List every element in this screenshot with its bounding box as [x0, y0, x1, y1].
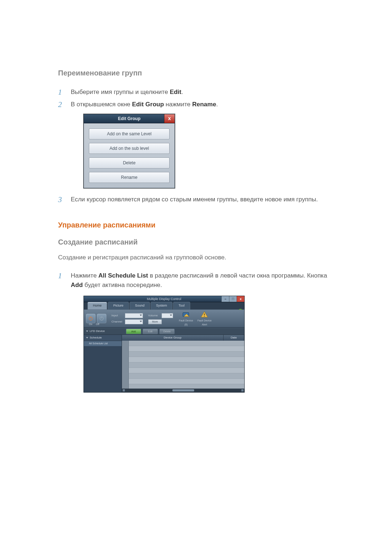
edit-group-dialog: Edit Group x Add on the same Level Add o…	[83, 114, 175, 188]
table-row	[129, 379, 244, 384]
tab-system[interactable]: System	[151, 302, 172, 309]
table-row	[129, 368, 244, 373]
heading-rename-groups: Переименование групп	[58, 69, 334, 77]
step-3: Если курсор появляется рядом со старым и…	[58, 195, 334, 204]
table-row	[129, 357, 244, 362]
step1-text-a: Выберите имя группы и щелкните	[71, 89, 170, 95]
horizontal-scrollbar[interactable]	[122, 389, 244, 392]
fault-cap-1: Fault DeviceAlert	[197, 319, 212, 327]
scrollbar-thumb[interactable]	[172, 389, 194, 391]
label-input: Input	[111, 313, 124, 318]
label-on: On	[89, 323, 92, 327]
tab-picture[interactable]: Picture	[108, 302, 129, 309]
s2step1-c: в разделе расписаний в левой части окна …	[148, 272, 327, 279]
s2step1-a: Нажмите	[71, 272, 98, 279]
tab-sound[interactable]: Sound	[130, 302, 150, 309]
step1-bold-edit: Edit	[170, 89, 181, 95]
delete-button-toolbar[interactable]: Delete	[159, 329, 175, 334]
mdc-ribbon: On Off Input Channel Volume More	[84, 310, 244, 328]
step-2: В открывшемся окне Edit Group нажмите Re…	[58, 100, 334, 188]
tab-tool[interactable]: Tool	[173, 302, 190, 309]
step2-bold-editgroup: Edit Group	[132, 101, 164, 108]
edit-button[interactable]: Edit	[143, 329, 158, 334]
col-date: Date	[224, 335, 244, 341]
minimize-icon[interactable]: –	[221, 296, 229, 302]
table-row	[129, 341, 244, 346]
more-button[interactable]: More	[148, 319, 162, 324]
row-header-col	[122, 341, 129, 389]
dialog-body: Add on the same Level Add on the sub lev…	[84, 123, 175, 188]
step2-text-c: нажмите	[164, 101, 192, 108]
power-group	[86, 314, 106, 323]
input-dropdown[interactable]	[125, 313, 143, 318]
power-off-icon[interactable]	[97, 314, 106, 323]
dialog-titlebar: Edit Group x	[84, 114, 175, 123]
mdc-main: Device Group Date	[122, 335, 244, 392]
close-icon[interactable]: x	[237, 296, 244, 302]
table-row	[129, 362, 244, 368]
fault-alert-icon[interactable]	[200, 311, 208, 319]
side-lfd[interactable]: LFD Device	[84, 329, 124, 333]
step2-text-e: .	[216, 101, 218, 108]
mdc-toolbar: LFD Device Add Edit Delete	[84, 328, 244, 335]
table-row	[129, 352, 244, 357]
fault-device-icon[interactable]	[182, 311, 190, 319]
power-on-icon[interactable]	[86, 314, 95, 323]
side-schedule[interactable]: Schedule	[84, 335, 122, 341]
add-same-level-button[interactable]: Add on the same Level	[89, 128, 170, 139]
table-row	[129, 384, 244, 389]
label-volume: Volume	[148, 313, 160, 318]
table-row	[129, 346, 244, 352]
heading-create-schedules: Создание расписаний	[58, 238, 334, 246]
mdc-tabs: Home Picture Sound System Tool ?	[84, 302, 244, 310]
step2-text-a: В открывшемся окне	[71, 101, 132, 108]
step-1: Выберите имя группы и щелкните Edit.	[58, 87, 334, 97]
maximize-icon[interactable]: □	[229, 296, 237, 302]
add-sub-level-button[interactable]: Add on the sub level	[89, 143, 170, 154]
step1-text-c: .	[181, 89, 183, 95]
mdc-window: Multiple Display Control – □ x Home Pict…	[83, 296, 245, 393]
s2step1-e: будет активна посередине.	[83, 282, 162, 288]
table-row	[129, 373, 244, 379]
mdc-sidebar: Schedule All Schedule List	[84, 335, 122, 392]
close-icon[interactable]: x	[164, 114, 175, 123]
volume-field[interactable]	[162, 313, 173, 318]
step2-bold-rename: Rename	[192, 101, 216, 108]
mdc-title-text: Multiple Display Control	[147, 297, 181, 301]
step3-text: Если курсор появляется рядом со старым и…	[71, 196, 318, 203]
tab-home[interactable]: Home	[87, 302, 107, 309]
s2step1-bold-add: Add	[71, 282, 83, 288]
table-rows	[129, 341, 244, 389]
channel-dropdown[interactable]	[125, 319, 143, 324]
side-all-schedule[interactable]: All Schedule List	[84, 341, 122, 346]
fault-cap-0: Fault Device(0)	[179, 319, 193, 327]
col-device-group: Device Group	[122, 335, 224, 341]
svg-point-8	[204, 316, 205, 316]
rename-button[interactable]: Rename	[89, 172, 170, 183]
s2step1-bold-all: All Schedule List	[98, 272, 148, 279]
mdc-titlebar: Multiple Display Control – □ x	[84, 296, 244, 302]
delete-button[interactable]: Delete	[89, 157, 170, 168]
body-create-schedules: Создание и регистрация расписаний на гру…	[58, 253, 334, 262]
label-channel: Channel	[111, 320, 124, 324]
heading-manage-schedules: Управление расписаниями	[58, 221, 334, 229]
add-button[interactable]: Add	[126, 329, 141, 334]
s2-step-1: Нажмите All Schedule List в разделе расп…	[58, 271, 334, 393]
table-header: Device Group Date	[122, 335, 244, 341]
dialog-title: Edit Group	[118, 116, 140, 121]
label-off: Off	[96, 323, 99, 327]
